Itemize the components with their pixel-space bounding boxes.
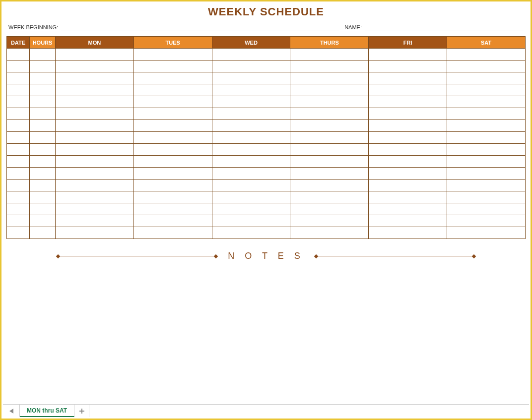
table-cell[interactable] — [290, 227, 369, 239]
table-cell[interactable] — [290, 108, 369, 120]
table-cell[interactable] — [133, 215, 212, 227]
table-cell[interactable] — [30, 120, 56, 132]
table-cell[interactable] — [133, 168, 212, 180]
table-cell[interactable] — [56, 60, 134, 72]
table-cell[interactable] — [447, 72, 526, 84]
table-cell[interactable] — [290, 132, 369, 144]
table-cell[interactable] — [212, 144, 290, 156]
table-cell[interactable] — [447, 96, 526, 108]
table-cell[interactable] — [369, 120, 447, 132]
table-cell[interactable] — [56, 215, 134, 227]
table-cell[interactable] — [133, 144, 212, 156]
table-cell[interactable] — [212, 191, 290, 203]
table-cell[interactable] — [447, 60, 526, 72]
table-cell[interactable] — [133, 132, 212, 144]
table-cell[interactable] — [212, 156, 290, 168]
table-cell[interactable] — [212, 227, 290, 239]
table-cell[interactable] — [56, 120, 134, 132]
table-cell[interactable] — [212, 203, 290, 215]
table-cell[interactable] — [133, 108, 212, 120]
table-cell[interactable] — [369, 215, 447, 227]
table-cell[interactable] — [133, 203, 212, 215]
table-cell[interactable] — [7, 144, 30, 156]
tab-nav-prev[interactable] — [3, 405, 20, 417]
table-cell[interactable] — [56, 49, 134, 60]
table-cell[interactable] — [7, 227, 30, 239]
table-cell[interactable] — [212, 180, 290, 191]
table-cell[interactable] — [7, 168, 30, 180]
table-cell[interactable] — [56, 203, 134, 215]
table-cell[interactable] — [133, 96, 212, 108]
table-cell[interactable] — [369, 156, 447, 168]
table-cell[interactable] — [369, 72, 447, 84]
table-cell[interactable] — [30, 215, 56, 227]
table-cell[interactable] — [447, 84, 526, 96]
table-cell[interactable] — [447, 180, 526, 191]
table-cell[interactable] — [369, 60, 447, 72]
table-cell[interactable] — [133, 49, 212, 60]
table-cell[interactable] — [56, 132, 134, 144]
table-cell[interactable] — [447, 49, 526, 60]
table-cell[interactable] — [56, 180, 134, 191]
table-cell[interactable] — [30, 191, 56, 203]
table-cell[interactable] — [447, 227, 526, 239]
table-cell[interactable] — [369, 84, 447, 96]
table-cell[interactable] — [369, 168, 447, 180]
table-cell[interactable] — [30, 144, 56, 156]
table-cell[interactable] — [30, 180, 56, 191]
table-cell[interactable] — [290, 180, 369, 191]
table-cell[interactable] — [369, 144, 447, 156]
table-cell[interactable] — [290, 84, 369, 96]
table-cell[interactable] — [30, 108, 56, 120]
table-cell[interactable] — [7, 96, 30, 108]
table-cell[interactable] — [369, 108, 447, 120]
table-cell[interactable] — [369, 227, 447, 239]
table-cell[interactable] — [7, 84, 30, 96]
table-cell[interactable] — [447, 144, 526, 156]
table-cell[interactable] — [56, 108, 134, 120]
table-cell[interactable] — [7, 180, 30, 191]
table-cell[interactable] — [290, 96, 369, 108]
table-cell[interactable] — [56, 96, 134, 108]
table-cell[interactable] — [133, 72, 212, 84]
table-cell[interactable] — [212, 96, 290, 108]
table-cell[interactable] — [30, 132, 56, 144]
table-cell[interactable] — [7, 60, 30, 72]
table-cell[interactable] — [290, 156, 369, 168]
table-cell[interactable] — [133, 60, 212, 72]
table-cell[interactable] — [212, 84, 290, 96]
table-cell[interactable] — [30, 96, 56, 108]
table-cell[interactable] — [30, 227, 56, 239]
table-cell[interactable] — [447, 132, 526, 144]
table-cell[interactable] — [56, 144, 134, 156]
table-cell[interactable] — [133, 156, 212, 168]
table-cell[interactable] — [212, 72, 290, 84]
table-cell[interactable] — [447, 108, 526, 120]
table-cell[interactable] — [30, 203, 56, 215]
table-cell[interactable] — [447, 203, 526, 215]
table-cell[interactable] — [7, 215, 30, 227]
table-cell[interactable] — [290, 191, 369, 203]
table-cell[interactable] — [56, 168, 134, 180]
table-cell[interactable] — [56, 156, 134, 168]
table-cell[interactable] — [447, 168, 526, 180]
table-cell[interactable] — [30, 156, 56, 168]
table-cell[interactable] — [369, 203, 447, 215]
table-cell[interactable] — [447, 120, 526, 132]
table-cell[interactable] — [7, 72, 30, 84]
table-cell[interactable] — [369, 96, 447, 108]
week-beginning-field[interactable] — [61, 24, 339, 31]
table-cell[interactable] — [369, 191, 447, 203]
table-cell[interactable] — [212, 108, 290, 120]
table-cell[interactable] — [30, 60, 56, 72]
table-cell[interactable] — [30, 168, 56, 180]
table-cell[interactable] — [290, 60, 369, 72]
table-cell[interactable] — [56, 84, 134, 96]
table-cell[interactable] — [7, 49, 30, 60]
table-cell[interactable] — [30, 84, 56, 96]
table-cell[interactable] — [290, 203, 369, 215]
table-cell[interactable] — [133, 84, 212, 96]
table-cell[interactable] — [7, 203, 30, 215]
table-cell[interactable] — [290, 144, 369, 156]
table-cell[interactable] — [290, 49, 369, 60]
